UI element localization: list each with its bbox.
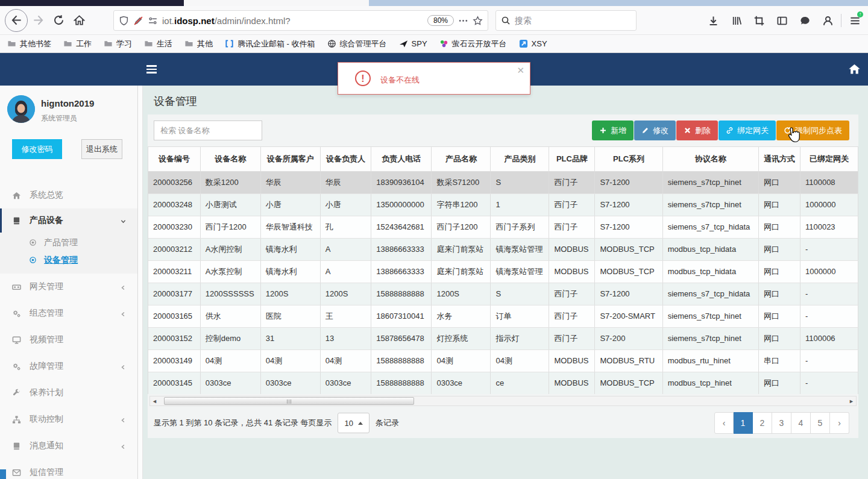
sidebar-subitem-产品管理[interactable]: 产品管理 [0, 234, 137, 251]
table-row[interactable]: 200003248小唐测试小唐小唐13500000000字符串12001西门子S… [148, 193, 858, 216]
device-search-input[interactable] [154, 121, 262, 140]
column-header[interactable]: 通讯方式 [758, 147, 800, 171]
scrollbar-thumb[interactable] [164, 397, 414, 405]
change-password-button[interactable]: 修改密码 [12, 139, 62, 159]
menu-button[interactable]: ↑ [845, 10, 864, 31]
bookmark-item[interactable]: XSY [519, 39, 547, 48]
pager-page-2[interactable]: 2 [753, 412, 772, 434]
cell: 网口 [758, 372, 800, 394]
cell: 供水 [200, 305, 260, 327]
column-header[interactable]: 设备所属客户 [260, 147, 320, 171]
bookmark-item[interactable]: SPY [399, 39, 427, 48]
browser-search-input[interactable] [515, 16, 631, 25]
sidebar-item-系统总览[interactable]: 系统总览 [0, 182, 137, 208]
screenshot-button[interactable] [749, 10, 769, 31]
action-button-新增[interactable]: 新增 [592, 121, 634, 140]
sidebars-button[interactable] [772, 10, 791, 31]
table-row[interactable]: 20000314904测04测04测1588888888804测04测MODBU… [148, 349, 858, 372]
table-row[interactable]: 200003212A水闸控制镇海水利A13886663333庭来门前泵站镇海泵站… [148, 238, 858, 260]
bookmark-star-icon[interactable] [473, 16, 483, 26]
table-row[interactable]: 200003165供水医院王18607310041水务订单西门子S7-200-S… [148, 305, 858, 327]
back-button[interactable] [5, 9, 28, 32]
bookmark-item[interactable]: 学习 [104, 39, 132, 49]
sidebar-item-保养计划[interactable]: 保养计划 [0, 380, 137, 406]
pager-page-3[interactable]: 3 [772, 412, 791, 434]
cell: siemens_s7tcp_hinet [662, 171, 758, 193]
table-row[interactable]: 200003152控制demo311315878656478灯控系统指示灯西门子… [148, 327, 858, 349]
downloads-button[interactable] [703, 10, 723, 31]
table-row[interactable]: 2000031450303ce0303ce0303ce1588888888803… [148, 372, 858, 394]
action-buttons: 新增修改删除绑定网关强制同步点表 [591, 121, 849, 140]
horizontal-scrollbar[interactable]: ◄ ► [149, 396, 857, 406]
app-home-button[interactable] [848, 63, 861, 75]
sidebar-item-视频管理[interactable]: 视频管理 [0, 327, 137, 353]
column-header[interactable]: 协议名称 [662, 147, 758, 171]
home-button[interactable] [69, 10, 89, 31]
cell: 18390936104 [371, 171, 432, 193]
bookmark-item[interactable]: 工作 [63, 39, 92, 49]
pager-next[interactable]: › [830, 412, 849, 434]
sidebar-item-故障管理[interactable]: 故障管理 [0, 353, 137, 380]
zoom-level-pill[interactable]: 80% [427, 15, 454, 26]
scrollbar-track[interactable] [159, 396, 847, 405]
account-button[interactable] [818, 10, 837, 31]
url-bar[interactable]: iot.idosp.net/admin/index.html? 80% [113, 10, 488, 31]
table-row[interactable]: 200003256数采1200华辰华辰18390936104数采S71200S西… [148, 171, 858, 193]
sidebar-item-短信管理[interactable]: 短信管理 [0, 459, 137, 479]
cell: 1000000 [800, 193, 858, 216]
browser-search[interactable] [495, 10, 637, 31]
action-button-修改[interactable]: 修改 [634, 121, 676, 140]
toast-close-icon[interactable]: ✕ [517, 65, 524, 76]
column-header[interactable]: 设备负责人 [320, 147, 371, 171]
column-header[interactable]: PLC系列 [595, 147, 662, 171]
forward-button[interactable] [28, 10, 48, 31]
sidebar-item-组态管理[interactable]: 组态管理 [0, 300, 137, 327]
logout-button[interactable]: 退出系统 [81, 139, 122, 159]
table-row[interactable]: 2000031771200SSSSSS1200S1200S15888888888… [148, 283, 858, 305]
column-header[interactable]: 产品类别 [491, 147, 549, 171]
column-header[interactable]: 已绑定网关 [800, 147, 858, 171]
pager-page-4[interactable]: 4 [791, 412, 811, 434]
sidebar-subitem-设备管理[interactable]: 设备管理 [0, 251, 137, 269]
cell: 灯控系统 [432, 327, 491, 349]
messages-button[interactable] [795, 10, 814, 31]
sidebar-toggle-icon [776, 15, 788, 27]
table-row[interactable]: 200003230西门子1200华辰智通科技孔15243642681西门子120… [148, 216, 858, 238]
pager-page-5[interactable]: 5 [811, 412, 830, 434]
bookmark-item[interactable]: 腾讯企业邮箱 - 收件箱 [225, 39, 315, 49]
action-button-绑定网关[interactable]: 绑定网关 [719, 121, 776, 140]
column-header[interactable]: 设备编号 [148, 147, 200, 171]
pager-prev[interactable]: ‹ [714, 412, 734, 434]
sidebar-item-产品设备[interactable]: 产品设备 [0, 208, 137, 233]
cell: 镇海水利 [260, 238, 320, 260]
cell: S [491, 171, 549, 193]
column-header[interactable]: 产品名称 [432, 147, 491, 171]
sidebar-item-联动控制[interactable]: 联动控制 [0, 406, 137, 433]
active-tab-strip[interactable] [0, 0, 184, 6]
cell: modbus_tcp_hinet [662, 372, 758, 394]
action-button-删除[interactable]: 删除 [676, 121, 718, 140]
pager-page-1[interactable]: 1 [734, 412, 753, 434]
page-actions-icon[interactable] [458, 16, 468, 26]
reload-button[interactable] [48, 10, 69, 31]
column-header[interactable]: 负责人电话 [371, 147, 432, 171]
sidebar-item-label: 组态管理 [30, 308, 63, 319]
column-header[interactable]: 设备名称 [200, 147, 260, 171]
sidebar-collapse-button[interactable] [146, 63, 157, 75]
sidebar-item-消息通知[interactable]: 消息通知 [0, 433, 137, 459]
per-page-dropdown[interactable]: 10 [338, 413, 369, 433]
bookmark-item[interactable]: 生活 [144, 39, 172, 49]
bookmark-item[interactable]: 其他 [184, 39, 213, 49]
library-button[interactable] [726, 10, 746, 31]
scroll-right-arrow[interactable]: ► [847, 396, 856, 405]
cell: S7-1200 [595, 216, 662, 238]
bookmark-item[interactable]: 萤石云开放平台 [439, 39, 507, 49]
scroll-left-arrow[interactable]: ◄ [150, 396, 159, 405]
cell: 西门子1200 [432, 216, 491, 238]
column-header[interactable]: PLC品牌 [549, 147, 595, 171]
bookmark-item[interactable]: 综合管理平台 [327, 39, 387, 49]
sidebar-scroll-gutter[interactable] [138, 86, 143, 479]
table-row[interactable]: 200003211A水泵控制镇海水利A13886663333庭来门前泵站镇海泵站… [148, 260, 858, 283]
bookmark-item[interactable]: 其他书签 [7, 39, 51, 49]
sidebar-item-网关管理[interactable]: 网关管理 [0, 274, 137, 300]
